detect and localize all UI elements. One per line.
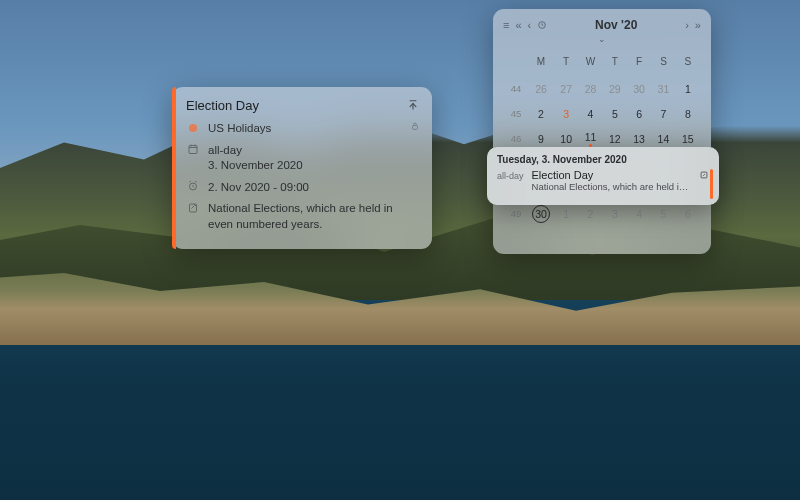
calendar-weekday-header: T	[555, 52, 577, 75]
alarm-clock-icon	[187, 180, 199, 192]
calendar-day-cell[interactable]: 29	[604, 77, 626, 100]
popover-date: Tuesday, 3. November 2020	[497, 154, 709, 165]
popover-all-day-badge: all-day	[497, 169, 524, 181]
calendar-day-cell[interactable]: 5	[652, 202, 674, 225]
calendar-day-cell[interactable]: 6	[628, 102, 650, 125]
calendar-day-cell[interactable]: 2	[529, 102, 553, 125]
calendar-weekday-header: F	[628, 52, 650, 75]
calendar-day-cell[interactable]: 5	[604, 102, 626, 125]
event-notes: National Elections, which are held in ev…	[208, 201, 420, 232]
calendar-day-cell[interactable]: 3	[604, 202, 626, 225]
calendar-weekday-header: S	[677, 52, 699, 75]
calendar-day-cell[interactable]: 30	[529, 202, 553, 225]
notes-icon	[187, 202, 199, 214]
lock-icon	[410, 121, 420, 131]
chevron-down-icon[interactable]: ⌄	[503, 34, 701, 44]
calendar-day-cell[interactable]: 31	[652, 77, 674, 100]
event-date: 3. November 2020	[208, 158, 420, 174]
svg-rect-1	[189, 146, 197, 154]
calendar-next-month-button[interactable]: ›	[685, 19, 689, 31]
calendar-icon	[187, 143, 199, 155]
calendar-weekday-header: W	[579, 52, 601, 75]
calendar-month-title[interactable]: Nov '20	[595, 18, 637, 32]
calendar-day-cell[interactable]: 30	[628, 77, 650, 100]
calendar-day-cell[interactable]: 3	[555, 102, 577, 125]
calendar-day-cell[interactable]: 6	[677, 202, 699, 225]
event-alarm: 2. Nov 2020 - 09:00	[208, 180, 420, 196]
calendar-week-number: 45	[505, 102, 527, 125]
popover-accent-bar	[710, 169, 714, 199]
popover-event-desc: National Elections, which are held in ev…	[532, 181, 692, 192]
calendar-weekday-header: T	[604, 52, 626, 75]
svg-rect-0	[413, 126, 418, 130]
calendar-day-cell[interactable]: 28	[579, 77, 601, 100]
open-event-icon[interactable]	[699, 170, 709, 180]
calendar-day-cell[interactable]: 4	[628, 202, 650, 225]
share-icon[interactable]	[406, 99, 420, 113]
event-detail-panel: Election Day US Holidays all-day 3. Nove…	[172, 87, 432, 249]
calendar-week-number: 44	[505, 77, 527, 100]
calendar-color-dot	[189, 124, 197, 132]
calendar-prev-year-button[interactable]: «	[515, 19, 521, 31]
popover-event-title[interactable]: Election Day	[532, 169, 594, 181]
calendar-weekday-header: S	[652, 52, 674, 75]
calendar-day-cell[interactable]: 26	[529, 77, 553, 100]
event-calendar-name: US Holidays	[208, 121, 401, 137]
calendar-menu-icon[interactable]: ≡	[503, 19, 509, 31]
calendar-day-cell[interactable]: 8	[677, 102, 699, 125]
event-title: Election Day	[186, 98, 259, 113]
calendar-next-year-button[interactable]: »	[695, 19, 701, 31]
calendar-prev-month-button[interactable]: ‹	[528, 19, 532, 31]
calendar-day-cell[interactable]: 1	[677, 77, 699, 100]
calendar-day-cell[interactable]: 4	[579, 102, 601, 125]
event-all-day-label: all-day	[208, 143, 420, 159]
mini-calendar-panel: ≡ « ‹ Nov '20 › » ⌄ MTWTFSS 442627282930…	[493, 9, 711, 254]
day-popover: Tuesday, 3. November 2020 all-day Electi…	[487, 147, 719, 205]
clock-icon[interactable]	[537, 20, 547, 30]
calendar-day-cell[interactable]: 7	[652, 102, 674, 125]
calendar-day-cell[interactable]: 2	[579, 202, 601, 225]
calendar-day-cell[interactable]: 1	[555, 202, 577, 225]
calendar-weekday-header: M	[529, 52, 553, 75]
calendar-day-cell[interactable]: 27	[555, 77, 577, 100]
calendar-week-number: 49	[505, 202, 527, 225]
